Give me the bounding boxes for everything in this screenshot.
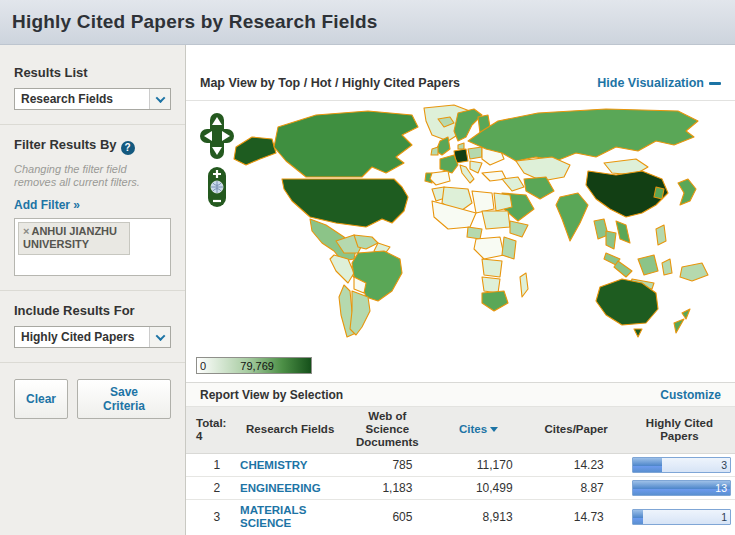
country-namibia[interactable] xyxy=(482,277,500,293)
clear-button[interactable]: Clear xyxy=(14,379,68,419)
row-rank: 2 xyxy=(186,476,234,499)
column-header-cites-sort[interactable]: Cites xyxy=(428,407,528,453)
results-list-select[interactable]: Research Fields xyxy=(14,88,171,110)
world-map xyxy=(186,101,735,348)
results-list-selected-value: Research Fields xyxy=(15,92,113,106)
country-canada[interactable] xyxy=(274,111,418,177)
filter-tag-label: ANHUI JIANZHU UNIVERSITY xyxy=(23,225,117,250)
country-madagascar[interactable] xyxy=(520,273,528,297)
row-cites-per-paper: 8.87 xyxy=(529,476,624,499)
country-borneo[interactable] xyxy=(638,255,658,275)
country-france[interactable] xyxy=(440,155,458,173)
map-view-title: Map View by Top / Hot / Highly Cited Pap… xyxy=(200,76,460,90)
include-results-section: Include Results For Highly Cited Papers xyxy=(0,291,185,363)
map-panel-header: Map View by Top / Hot / Highly Cited Pap… xyxy=(186,45,735,101)
row-wos-documents: 605 xyxy=(346,500,428,535)
page-header: Highly Cited Papers by Research Fields xyxy=(0,0,735,45)
country-india[interactable] xyxy=(556,193,588,241)
country-new-guinea[interactable] xyxy=(680,263,708,281)
country-sumatra[interactable] xyxy=(614,261,632,277)
country-iraq[interactable] xyxy=(502,177,524,191)
report-table: Total:4 Research Fields Web of Science D… xyxy=(186,407,735,535)
filter-section: Filter Results By? Changing the filter f… xyxy=(0,125,185,291)
column-header-research-fields: Research Fields xyxy=(234,407,346,453)
country-thailand[interactable] xyxy=(606,231,616,249)
country-nigeria[interactable] xyxy=(467,227,482,239)
row-wos-documents: 1,183 xyxy=(346,476,428,499)
column-header-highly-cited-papers: Highly Cited Papers xyxy=(624,407,735,453)
table-row: 1CHEMISTRY78511,17014.233 xyxy=(186,453,735,476)
country-alaska[interactable] xyxy=(234,137,276,165)
country-east-africa[interactable] xyxy=(502,237,516,259)
country-philippines[interactable] xyxy=(656,225,666,245)
choropleth-world-map xyxy=(186,101,734,348)
country-usa[interactable] xyxy=(282,179,408,227)
include-results-heading: Include Results For xyxy=(14,303,171,318)
row-rank: 1 xyxy=(186,453,234,476)
legend-gradient-bar: 0 79,769 xyxy=(196,357,312,374)
help-icon[interactable]: ? xyxy=(121,141,135,155)
row-highly-cited-bar-cell: 13 xyxy=(624,476,735,499)
country-libya[interactable] xyxy=(472,191,494,213)
country-ethiopia[interactable] xyxy=(510,221,528,237)
save-criteria-button[interactable]: Save Criteria xyxy=(77,379,171,419)
country-ireland[interactable] xyxy=(431,147,438,155)
research-field-link[interactable]: CHEMISTRY xyxy=(240,459,307,472)
country-balkans[interactable] xyxy=(470,161,482,173)
country-iran[interactable] xyxy=(524,177,554,199)
filter-note: Changing the filter field removes all cu… xyxy=(14,163,171,191)
country-vietnam[interactable] xyxy=(616,221,630,243)
country-poland[interactable] xyxy=(468,147,482,159)
research-field-link[interactable]: MATERIALS SCIENCE xyxy=(240,504,340,530)
map-legend: 0 79,769 xyxy=(186,348,735,383)
filter-box: ×ANHUI JIANZHU UNIVERSITY xyxy=(14,218,171,276)
row-rank: 3 xyxy=(186,500,234,535)
highly-cited-bar: 1 xyxy=(632,509,731,525)
country-south-africa[interactable] xyxy=(482,291,508,311)
page: Highly Cited Papers by Research Fields R… xyxy=(0,0,735,535)
country-tasmania[interactable] xyxy=(634,329,642,337)
sidebar: Results List Research Fields Filter Resu… xyxy=(0,45,186,535)
country-drc[interactable] xyxy=(474,237,504,259)
table-row: 2ENGINEERING1,18310,4998.8713 xyxy=(186,476,735,499)
report-view-title: Report View by Selection xyxy=(200,388,343,402)
row-highly-cited-bar-cell: 3 xyxy=(624,453,735,476)
row-highly-cited-bar-cell: 1 xyxy=(624,500,735,535)
column-header-wos-documents: Web of Science Documents xyxy=(346,407,428,453)
filter-tag[interactable]: ×ANHUI JIANZHU UNIVERSITY xyxy=(18,222,130,255)
legend-min-value: 0 xyxy=(200,360,206,372)
country-spain[interactable] xyxy=(430,171,450,185)
country-angola[interactable] xyxy=(482,259,502,277)
row-field: MATERIALS SCIENCE xyxy=(234,500,346,535)
column-header-total: Total:4 xyxy=(186,407,234,453)
customize-link[interactable]: Customize xyxy=(660,388,721,402)
filter-heading: Filter Results By? xyxy=(14,137,171,155)
page-title: Highly Cited Papers by Research Fields xyxy=(12,11,378,33)
add-filter-link[interactable]: Add Filter » xyxy=(14,198,80,212)
country-denmark[interactable] xyxy=(458,143,464,149)
table-row: 3MATERIALS SCIENCE6058,91314.731 xyxy=(186,500,735,535)
country-new-zealand[interactable] xyxy=(674,309,690,333)
row-cites: 10,499 xyxy=(428,476,528,499)
map-panel: Map View by Top / Hot / Highly Cited Pap… xyxy=(186,45,735,383)
legend-max-value: 79,769 xyxy=(240,360,274,372)
country-venezuela[interactable] xyxy=(354,235,378,249)
highly-cited-value: 13 xyxy=(715,482,727,494)
row-field: ENGINEERING xyxy=(234,476,346,499)
research-field-link[interactable]: ENGINEERING xyxy=(240,482,321,495)
include-results-select[interactable]: Highly Cited Papers xyxy=(14,326,171,348)
chevron-down-icon xyxy=(149,89,170,109)
row-cites-per-paper: 14.23 xyxy=(529,453,624,476)
country-sulawesi[interactable] xyxy=(662,259,672,275)
country-russia[interactable] xyxy=(468,109,698,161)
report-panel: Report View by Selection Customize Total… xyxy=(186,383,735,535)
country-argentina[interactable] xyxy=(350,291,370,335)
country-sudan[interactable] xyxy=(482,211,510,229)
sort-descending-icon xyxy=(490,427,498,432)
remove-filter-icon[interactable]: × xyxy=(23,225,29,237)
country-korea[interactable] xyxy=(654,187,664,199)
hide-visualization-link[interactable]: Hide Visualization xyxy=(597,76,721,90)
country-japan[interactable] xyxy=(678,179,696,205)
report-table-header-row: Total:4 Research Fields Web of Science D… xyxy=(186,407,735,453)
row-cites-per-paper: 14.73 xyxy=(529,500,624,535)
